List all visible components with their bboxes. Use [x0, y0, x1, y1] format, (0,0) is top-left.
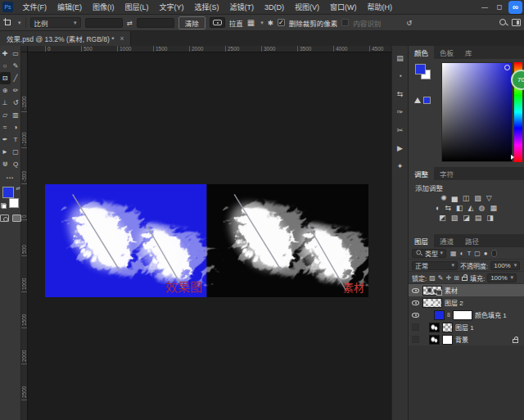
layer-row-colorfill[interactable]: 8 颜色填充 1 — [409, 309, 524, 321]
visibility-toggle[interactable] — [411, 286, 420, 295]
menu-item[interactable]: 帮助(H) — [362, 0, 398, 14]
adjustment-icon[interactable]: ▧ — [451, 214, 458, 222]
lasso-tool[interactable]: ○ — [0, 60, 11, 72]
edit-toolbar-icon[interactable]: ••• — [7, 175, 14, 180]
adjustment-icon[interactable]: ▅ — [452, 194, 458, 202]
swap-colors-icon[interactable]: ⇄ — [16, 185, 20, 191]
lock-pixels-icon[interactable]: ✎ — [438, 274, 444, 282]
crop-settings-gear-icon[interactable]: ✱ — [268, 19, 273, 27]
gradient-tool[interactable]: ▥ — [11, 109, 21, 121]
adjustment-icon[interactable]: ◪ — [463, 214, 470, 222]
content-aware-checkbox[interactable] — [341, 19, 349, 26]
move-tool[interactable]: ✚ — [0, 47, 11, 60]
filter-shape-layers-icon[interactable]: ▢ — [474, 250, 481, 257]
lock-artboard-icon[interactable]: ⊞ — [454, 274, 459, 282]
layer-thumbnail[interactable] — [422, 286, 442, 296]
adjustment-icon[interactable]: ◍ — [479, 204, 486, 212]
default-colors-icon[interactable] — [1, 203, 7, 209]
adjustment-icon[interactable]: ◫ — [463, 194, 470, 202]
crop-ratio-dropdown[interactable]: 比例 ▾ — [30, 17, 81, 28]
collapsed-brush-settings-panel-icon[interactable]: ✑ — [397, 108, 404, 116]
layer-row-background[interactable]: 背景 — [409, 333, 524, 345]
tab-libraries[interactable]: 库 — [459, 46, 478, 59]
maximize-button[interactable]: ◻ — [494, 3, 505, 11]
visibility-toggle[interactable] — [411, 298, 420, 307]
layer-thumbnail[interactable] — [429, 323, 440, 332]
brush-tool[interactable]: ✏ — [11, 84, 21, 97]
fill-dropdown[interactable]: 100% ▾ — [487, 273, 517, 282]
tab-character[interactable]: 字符 — [434, 167, 459, 180]
filter-type-layers-icon[interactable]: T — [467, 250, 471, 257]
menu-item[interactable]: 图像(I) — [88, 0, 120, 14]
document-tab[interactable]: 效果.psd @ 13.2% (素材, RGB/8) * × — [0, 31, 131, 46]
layer-filter-dropdown[interactable]: 类型 ▾ — [412, 249, 446, 258]
canvas-area[interactable]: 050010001500200025003000350040004500 -15… — [21, 46, 391, 420]
type-tool[interactable]: T — [11, 133, 21, 146]
clone-stamp-tool[interactable]: ⊥ — [0, 97, 11, 109]
foreground-color-swatch[interactable] — [415, 64, 426, 75]
crop-tool[interactable]: ⊡ — [0, 72, 11, 84]
crop-tool-options-icon[interactable] — [3, 18, 12, 27]
adjustment-icon[interactable]: ◐ — [436, 204, 440, 212]
lock-transparency-icon[interactable]: ▨ — [429, 274, 436, 282]
adjustment-icon[interactable]: ◩ — [439, 214, 446, 222]
eyedropper-tool[interactable]: ╱ — [11, 72, 21, 84]
collapsed-actions-panel-icon[interactable]: ▶ — [397, 144, 403, 152]
hand-tool[interactable]: ⋓ — [0, 158, 11, 170]
floating-app-badge-icon[interactable]: ∞ — [508, 1, 522, 14]
background-color-swatch[interactable] — [9, 198, 19, 208]
smudge-tool[interactable]: ≈ — [0, 121, 11, 133]
crop-width-input[interactable] — [85, 18, 123, 28]
saturation-brightness-picker[interactable] — [441, 62, 513, 162]
foreground-color-swatch[interactable] — [2, 187, 14, 198]
tab-paths[interactable]: 路径 — [459, 234, 485, 247]
lock-position-icon[interactable]: ✛ — [446, 274, 452, 282]
fill-layer-thumbnail[interactable] — [434, 310, 445, 320]
opacity-dropdown[interactable]: 100% ▾ — [490, 261, 520, 270]
menu-item[interactable]: 3D(D) — [260, 0, 290, 14]
path-selection-tool[interactable]: ► — [0, 146, 11, 158]
swap-dimensions-icon[interactable]: ⇄ — [127, 19, 133, 27]
workspace-switcher-icon[interactable] — [512, 19, 521, 26]
history-brush-tool[interactable]: ↺ — [11, 97, 21, 109]
menu-item[interactable]: 选择(S) — [189, 0, 224, 14]
delete-cropped-checkbox[interactable]: ✓ — [278, 19, 285, 26]
crop-height-input[interactable] — [137, 18, 174, 28]
gamut-swatch[interactable] — [423, 97, 431, 104]
visibility-toggle[interactable] — [411, 310, 420, 319]
overlay-grid-icon[interactable]: ▦ — [247, 18, 255, 27]
overlay-record-badge[interactable]: 70 — [511, 70, 524, 90]
spot-healing-tool[interactable]: ⊕ — [0, 84, 11, 97]
collapsed-tool-presets-panel-icon[interactable]: ✂ — [397, 126, 404, 134]
adjustment-icon[interactable]: ⇆ — [445, 204, 452, 212]
adjustment-icon[interactable]: ◭ — [468, 204, 474, 212]
quick-selection-tool[interactable]: ✎ — [11, 60, 21, 72]
visibility-toggle[interactable] — [412, 323, 419, 331]
menu-item[interactable]: 图层(L) — [120, 0, 154, 14]
adjustment-icon[interactable]: ▤ — [475, 214, 482, 222]
blend-mode-dropdown[interactable]: 正常 ▾ — [412, 261, 458, 270]
layer-mask-thumbnail[interactable] — [442, 323, 453, 332]
menu-item[interactable]: 窗口(W) — [325, 0, 363, 14]
artwork-image[interactable]: 效果图 素材 — [45, 184, 368, 297]
layer-thumbnail[interactable] — [422, 298, 442, 308]
straighten-button[interactable] — [210, 17, 225, 28]
dodge-tool[interactable]: ◑ — [11, 121, 21, 133]
collapsed-learn-panel-icon[interactable]: ✦ — [397, 162, 404, 170]
filter-smart-objects-icon[interactable]: ● — [484, 250, 488, 257]
collapsed-adjustments-panel-icon[interactable]: ⇆ — [397, 90, 404, 98]
clear-button[interactable]: 清除 — [178, 16, 206, 29]
visibility-toggle[interactable] — [412, 336, 419, 343]
close-tab-icon[interactable]: × — [120, 34, 124, 43]
adjustment-icon[interactable]: ✺ — [440, 194, 447, 202]
tab-channels[interactable]: 通道 — [434, 234, 459, 247]
adjustment-icon[interactable]: ◨ — [486, 214, 494, 222]
collapsed-properties-panel-icon[interactable]: ▤ — [396, 54, 404, 62]
ruler-origin[interactable] — [21, 46, 28, 52]
pen-tool[interactable]: ✒ — [0, 133, 11, 146]
adjustment-icon[interactable]: ▽ — [486, 194, 492, 202]
adjustment-icon[interactable]: ◧ — [456, 204, 463, 212]
rectangle-tool[interactable]: ▢ — [11, 146, 21, 158]
layer-mask-thumbnail[interactable] — [453, 310, 472, 320]
menu-item[interactable]: 文件(F) — [17, 0, 52, 14]
